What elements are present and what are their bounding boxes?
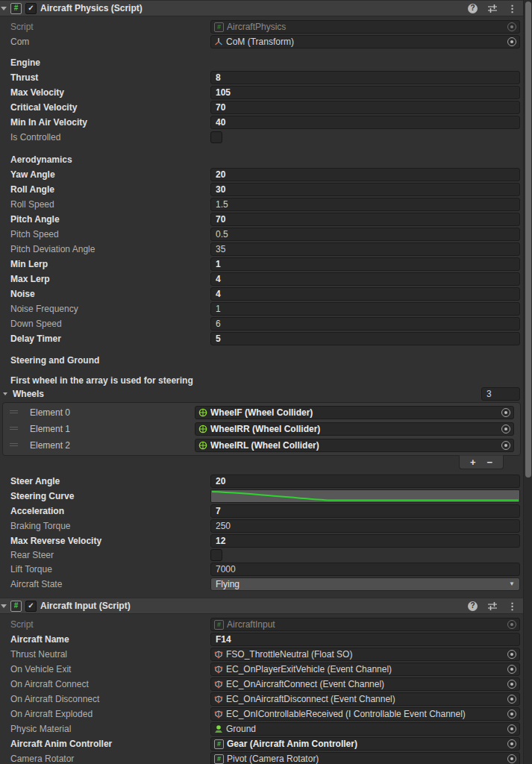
element-2-label: Element 2: [3, 440, 195, 451]
wheels-element-2-row[interactable]: Element 2 WheelRL (Wheel Collider): [3, 437, 520, 454]
on-aircraft-disconnect-object-field[interactable]: EC_OnAircraftDisconnect (Event Channel): [210, 692, 520, 706]
drag-handle-icon[interactable]: [10, 410, 18, 413]
braking-torque-input[interactable]: [210, 519, 520, 533]
script-label: Script: [0, 619, 210, 630]
object-picker-icon[interactable]: [507, 739, 516, 748]
down-speed-input[interactable]: [210, 317, 520, 331]
remove-element-button[interactable]: −: [487, 457, 493, 467]
object-picker-icon[interactable]: [507, 695, 516, 704]
element-2-object-field[interactable]: WheelRL (Wheel Collider): [195, 439, 514, 452]
wheels-element-1-row[interactable]: Element 1 WheelRR (Wheel Collider): [3, 421, 520, 437]
on-aircraft-connect-object-field[interactable]: EC_OnAircraftConnect (Event Channel): [210, 677, 520, 691]
aircraft-input-header[interactable]: # ✓ Aircraft Input (Script) ? ⋮: [0, 598, 523, 614]
object-picker-icon[interactable]: [507, 22, 516, 31]
yaw-angle-row: Yaw Angle: [0, 167, 523, 182]
pitch-deviation-angle-input[interactable]: [210, 242, 520, 256]
vertical-scrollbar[interactable]: [523, 0, 532, 764]
element-1-label: Element 1: [3, 424, 195, 434]
kebab-menu-icon[interactable]: ⋮: [507, 4, 517, 13]
object-picker-icon[interactable]: [501, 425, 510, 433]
noise-input[interactable]: [210, 287, 520, 301]
on-vehicle-exit-object-field[interactable]: EC_OnPlayerExitVehicle (Event Channel): [210, 663, 520, 676]
object-picker-icon[interactable]: [507, 754, 516, 763]
physic-material-object-field[interactable]: Ground: [210, 722, 520, 736]
object-picker-icon[interactable]: [507, 665, 516, 674]
wheels-note: First wheel in the array is used for ste…: [0, 375, 193, 386]
on-aircraft-exploded-row: On Aircraft Exploded EC_OnIControllableR…: [0, 707, 523, 721]
acceleration-input[interactable]: [210, 504, 520, 518]
element-0-object-field[interactable]: WheelF (Wheel Collider): [195, 406, 514, 419]
max-lerp-input[interactable]: [210, 272, 520, 286]
add-element-button[interactable]: +: [470, 457, 476, 467]
element-1-value: WheelRR (Wheel Collider): [210, 424, 498, 434]
max-velocity-input[interactable]: [210, 86, 520, 99]
wheels-element-0-row[interactable]: Element 0 WheelF (Wheel Collider): [3, 404, 520, 421]
element-1-object-field[interactable]: WheelRR (Wheel Collider): [195, 422, 514, 436]
com-object-field[interactable]: CoM (Transform): [210, 35, 520, 48]
on-vehicle-exit-label: On Vehicle Exit: [0, 664, 210, 674]
camera-rotator-object-field[interactable]: # Pivot (Camera Rotator): [210, 752, 520, 764]
aircraft-anim-controller-object-field[interactable]: # Gear (Aircraft Anim Controller): [210, 737, 520, 751]
steering-section-row: Steering and Ground: [0, 353, 523, 368]
foldout-arrow-icon[interactable]: [3, 392, 7, 395]
foldout-arrow-icon[interactable]: [1, 604, 7, 608]
scrollbar-thumb[interactable]: [525, 1, 531, 478]
critical-velocity-input[interactable]: [210, 101, 520, 114]
scriptable-object-icon: [214, 680, 223, 689]
steer-angle-row: Steer Angle: [0, 474, 523, 489]
rear-steer-checkbox[interactable]: [210, 549, 222, 561]
aircraft-name-input[interactable]: [210, 633, 520, 646]
min-in-air-velocity-input[interactable]: [210, 116, 520, 129]
help-icon[interactable]: ?: [468, 601, 478, 611]
is-controlled-checkbox[interactable]: [210, 131, 222, 143]
thrust-input[interactable]: [210, 71, 520, 84]
object-picker-icon[interactable]: [501, 408, 510, 417]
on-aircraft-exploded-object-field[interactable]: EC_OnIControllableReceived (I Controllab…: [210, 707, 520, 721]
drag-handle-icon[interactable]: [10, 443, 18, 446]
presets-icon[interactable]: [487, 4, 498, 13]
thrust-neutral-object-field[interactable]: FSO_ThrottleNeutral (Float SO): [210, 648, 520, 661]
object-picker-icon[interactable]: [507, 37, 516, 46]
min-lerp-input[interactable]: [210, 257, 520, 271]
object-picker-icon[interactable]: [507, 724, 516, 733]
wheels-note-row: First wheel in the array is used for ste…: [0, 374, 523, 387]
object-picker-icon[interactable]: [507, 680, 516, 689]
roll-angle-row: Roll Angle: [0, 182, 523, 197]
lift-torque-input[interactable]: [210, 563, 520, 576]
aircraft-anim-controller-row: Aircraft Anim Controller # Gear (Aircraf…: [0, 736, 523, 751]
pitch-angle-input[interactable]: [210, 213, 520, 226]
steering-curve-preview: [211, 490, 519, 502]
object-picker-icon[interactable]: [501, 441, 510, 450]
object-picker-icon[interactable]: [507, 620, 516, 629]
presets-icon[interactable]: [487, 601, 498, 611]
object-picker-icon[interactable]: [507, 710, 516, 718]
steering-curve-field[interactable]: [210, 489, 520, 503]
physic-material-label: Physic Material: [0, 724, 210, 734]
help-icon[interactable]: ?: [468, 4, 478, 13]
noise-frequency-input[interactable]: [210, 302, 520, 316]
pitch-speed-label: Pitch Speed: [0, 229, 210, 239]
steer-angle-input[interactable]: [210, 475, 520, 488]
yaw-angle-input[interactable]: [210, 168, 520, 181]
aircraft-state-dropdown[interactable]: Flying ▼: [210, 577, 520, 591]
roll-speed-input[interactable]: [210, 198, 520, 211]
component-enabled-checkbox[interactable]: ✓: [25, 3, 37, 14]
pitch-deviation-angle-label: Pitch Deviation Angle: [0, 244, 210, 254]
kebab-menu-icon[interactable]: ⋮: [507, 601, 517, 611]
section-header-engine: Engine: [0, 57, 40, 68]
object-picker-icon[interactable]: [507, 650, 516, 659]
pitch-speed-input[interactable]: [210, 228, 520, 241]
max-reverse-velocity-input[interactable]: [210, 534, 520, 548]
max-reverse-velocity-row: Max Reverse Velocity: [0, 533, 523, 548]
foldout-arrow-icon[interactable]: [1, 7, 7, 10]
wheels-label: Wheels: [10, 389, 481, 399]
component-enabled-checkbox[interactable]: ✓: [25, 601, 37, 612]
drag-handle-icon[interactable]: [10, 427, 18, 430]
aircraft-physics-header[interactable]: # ✓ Aircraft Physics (Script) ? ⋮: [0, 0, 523, 16]
roll-angle-input[interactable]: [210, 183, 520, 196]
delay-timer-input[interactable]: [210, 332, 520, 345]
wheels-size-input[interactable]: [481, 387, 520, 401]
min-in-air-velocity-label: Min In Air Velocity: [0, 117, 210, 128]
on-aircraft-disconnect-value: EC_OnAircraftDisconnect (Event Channel): [226, 694, 504, 704]
chevron-down-icon: ▼: [509, 581, 515, 587]
